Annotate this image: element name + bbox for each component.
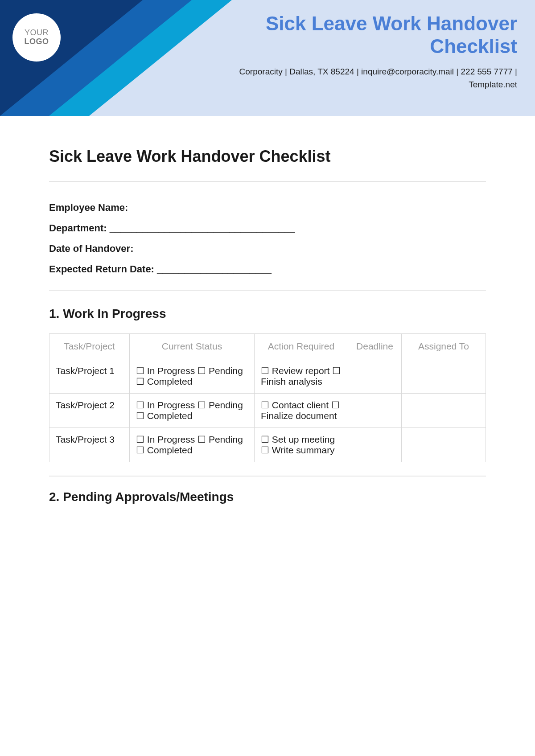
table-row: Task/Project 1 ☐ In Progress ☐ Pending ☐… — [49, 359, 486, 394]
col-action: Action Required — [255, 334, 348, 359]
divider — [49, 290, 486, 291]
col-status: Current Status — [130, 334, 255, 359]
cell-task: Task/Project 3 — [49, 428, 130, 462]
logo-text-line1: YOUR — [25, 29, 49, 37]
cell-assigned — [402, 428, 486, 462]
work-in-progress-table: Task/Project Current Status Action Requi… — [49, 333, 486, 462]
table-row: Task/Project 3 ☐ In Progress ☐ Pending ☐… — [49, 428, 486, 462]
cell-action: ☐ Set up meeting ☐ Write summary — [255, 428, 348, 462]
logo-text-line2: LOGO — [25, 37, 49, 46]
cell-task: Task/Project 1 — [49, 359, 130, 394]
cell-task: Task/Project 2 — [49, 394, 130, 428]
cell-assigned — [402, 394, 486, 428]
field-handover-date: Date of Handover: ______________________… — [49, 239, 486, 259]
divider — [49, 181, 486, 182]
document-title: Sick Leave Work Handover Checklist — [49, 147, 486, 166]
col-assigned: Assigned To — [402, 334, 486, 359]
header-subtitle: Corporacity | Dallas, TX 85224 | inquire… — [223, 66, 517, 91]
field-employee-name: Employee Name: _________________________… — [49, 198, 486, 218]
cell-action: ☐ Contact client ☐ Finalize document — [255, 394, 348, 428]
cell-deadline — [348, 359, 402, 394]
cell-deadline — [348, 394, 402, 428]
cell-deadline — [348, 428, 402, 462]
header-title-line1: Sick Leave Work Handover — [266, 12, 517, 34]
cell-status: ☐ In Progress ☐ Pending ☐ Completed — [130, 359, 255, 394]
cell-status: ☐ In Progress ☐ Pending ☐ Completed — [130, 428, 255, 462]
divider — [49, 476, 486, 477]
document-header: YOUR LOGO Sick Leave Work Handover Check… — [0, 0, 535, 116]
cell-status: ☐ In Progress ☐ Pending ☐ Completed — [130, 394, 255, 428]
cell-action: ☐ Review report ☐ Finish analysis — [255, 359, 348, 394]
col-deadline: Deadline — [348, 334, 402, 359]
col-task: Task/Project — [49, 334, 130, 359]
table-row: Task/Project 2 ☐ In Progress ☐ Pending ☐… — [49, 394, 486, 428]
header-title: Sick Leave Work Handover Checklist — [223, 12, 517, 58]
logo-placeholder: YOUR LOGO — [12, 13, 61, 62]
header-title-line2: Checklist — [430, 35, 517, 57]
header-text-block: Sick Leave Work Handover Checklist Corpo… — [223, 12, 517, 91]
table-header-row: Task/Project Current Status Action Requi… — [49, 334, 486, 359]
employee-fields: Employee Name: _________________________… — [49, 198, 486, 279]
cell-assigned — [402, 359, 486, 394]
section2-heading: 2. Pending Approvals/Meetings — [49, 490, 486, 504]
field-return-date: Expected Return Date: __________________… — [49, 259, 486, 279]
section1-heading: 1. Work In Progress — [49, 307, 486, 321]
field-department: Department: ____________________________… — [49, 218, 486, 238]
document-body: Sick Leave Work Handover Checklist Emplo… — [0, 116, 535, 504]
